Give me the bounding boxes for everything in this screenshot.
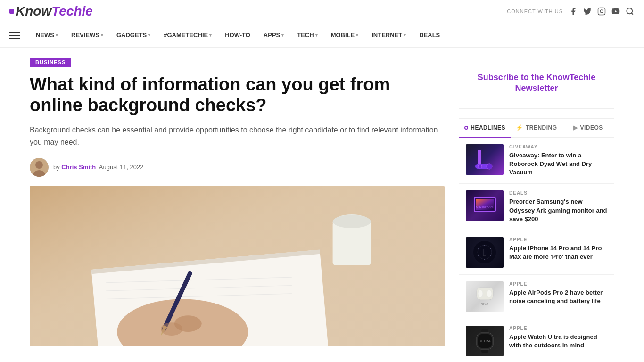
- news-title-giveaway[interactable]: Giveaway: Enter to win a Roborock Dyad W…: [509, 151, 607, 177]
- news-category-watch: APPLE: [509, 326, 607, 331]
- newsletter-box: Subscribe to the KnowTechie Newsletter: [459, 58, 614, 109]
- news-category-giveaway: GIVEAWAY: [509, 144, 607, 149]
- nav-apps[interactable]: APPS ▾: [257, 23, 290, 47]
- hamburger-menu[interactable]: [9, 27, 20, 43]
- nav-apps-arrow: ▾: [281, 33, 284, 38]
- logo-techie: Techie: [51, 4, 93, 19]
- headlines-dot-icon: [464, 126, 468, 130]
- nav-howto[interactable]: HOW-TO: [218, 23, 257, 47]
- nav-gametechie-arrow: ▾: [209, 33, 212, 38]
- svg-point-6: [35, 161, 43, 169]
- nav-internet[interactable]: INTERNET ▾: [365, 23, 413, 47]
- main-container: BUSINESS What kind of information can yo…: [20, 48, 624, 362]
- nav-mobile-arrow: ▾: [356, 33, 358, 38]
- news-title-watch[interactable]: Apple Watch Ultra is designed with the o…: [509, 333, 607, 350]
- logo[interactable]: Know Techie: [9, 4, 93, 19]
- header-right: CONNECT WITH US: [507, 7, 635, 16]
- nav-gadgets[interactable]: GADGETS ▾: [110, 23, 157, 47]
- news-content-giveaway: GIVEAWAY Giveaway: Enter to win a Roboro…: [509, 144, 607, 177]
- svg-rect-0: [598, 8, 605, 15]
- tab-trending-label: TRENDING: [526, 124, 557, 131]
- news-item-watch: ULTRA APPLE Apple Watch Ultra is designe…: [459, 319, 614, 362]
- nav-mobile[interactable]: MOBILE ▾: [324, 23, 365, 47]
- svg-point-33: [484, 245, 485, 246]
- youtube-icon[interactable]: [611, 7, 620, 16]
- news-thumb-watch: ULTRA: [466, 326, 504, 356]
- svg-rect-23: [478, 150, 481, 166]
- news-item-deals: Odyssey Ark DEALS Preorder Samsung's new…: [459, 184, 614, 230]
- news-content-airpods: APPLE Apple AirPods Pro 2 have better no…: [509, 281, 607, 305]
- tabs-header: HEADLINES ⚡ TRENDING ▶ VIDEOS: [459, 119, 614, 138]
- news-content-deals: DEALS Preorder Samsung's new Odyssey Ark…: [509, 190, 607, 223]
- newsletter-title: Subscribe to the KnowTechie Newsletter: [469, 72, 604, 94]
- author-by: by: [53, 164, 61, 171]
- tabs-container: HEADLINES ⚡ TRENDING ▶ VIDEOS: [459, 118, 614, 362]
- header: Know Techie CONNECT WITH US: [0, 0, 644, 23]
- svg-rect-28: [476, 199, 494, 210]
- article-main: BUSINESS What kind of information can yo…: [30, 58, 445, 362]
- facebook-icon[interactable]: [569, 7, 578, 16]
- search-icon[interactable]: [625, 7, 635, 16]
- svg-point-17: [333, 215, 371, 228]
- nav-news[interactable]: NEWS ▾: [29, 23, 65, 47]
- article-title: What kind of information can you get fro…: [30, 74, 445, 115]
- news-title-iphone[interactable]: Apple iPhone 14 Pro and 14 Pro Max are m…: [509, 244, 607, 261]
- news-thumb-iphone: : [466, 237, 504, 268]
- nav-reviews-arrow: ▾: [101, 33, 103, 38]
- nav-news-arrow: ▾: [56, 33, 58, 38]
- svg-text:ULTRA: ULTRA: [479, 339, 491, 343]
- svg-point-35: [490, 255, 491, 256]
- news-thumb-airpods: $249: [466, 281, 504, 312]
- svg-line-4: [631, 13, 633, 14]
- svg-point-40: [478, 290, 483, 297]
- navigation: NEWS ▾ REVIEWS ▾ GADGETS ▾ #GAMETECHIE ▾…: [0, 23, 644, 48]
- svg-point-38: [478, 248, 479, 249]
- svg-text:Odyssey Ark: Odyssey Ark: [476, 206, 493, 208]
- news-title-deals[interactable]: Preorder Samsung's new Odyssey Ark gamin…: [509, 197, 607, 223]
- nav-deals[interactable]: DEALS: [413, 23, 446, 47]
- svg-point-34: [490, 248, 491, 249]
- news-content-iphone: APPLE Apple iPhone 14 Pro and 14 Pro Max…: [509, 237, 607, 261]
- tab-trending[interactable]: ⚡ TRENDING: [511, 119, 562, 137]
- nav-tech-arrow: ▾: [315, 33, 318, 38]
- article-date: August 11, 2022: [99, 164, 144, 171]
- news-content-watch: APPLE Apple Watch Ultra is designed with…: [509, 326, 607, 350]
- nav-internet-arrow: ▾: [404, 33, 406, 38]
- news-category-airpods: APPLE: [509, 281, 607, 287]
- nav-gametechie[interactable]: #GAMETECHIE ▾: [157, 23, 218, 47]
- social-icons: [569, 7, 635, 16]
- instagram-icon[interactable]: [597, 7, 606, 16]
- svg-point-22: [161, 322, 182, 336]
- news-category-iphone: APPLE: [509, 237, 607, 242]
- news-item-airpods: $249 APPLE Apple AirPods Pro 2 have bett…: [459, 275, 614, 319]
- category-badge[interactable]: BUSINESS: [30, 58, 71, 67]
- svg-rect-16: [333, 222, 371, 265]
- svg-text:$249: $249: [481, 303, 488, 306]
- news-item-iphone:  APPLE Apple iPhone 14 Pro and 14 Pro M…: [459, 230, 614, 275]
- news-title-airpods[interactable]: Apple AirPods Pro 2 have better noise ca…: [509, 288, 607, 305]
- tab-headlines[interactable]: HEADLINES: [459, 119, 511, 138]
- twitter-icon[interactable]: [583, 7, 592, 16]
- svg-point-25: [487, 164, 492, 169]
- author-meta: by Chris Smith August 11, 2022: [53, 164, 144, 171]
- tab-videos[interactable]: ▶ VIDEOS: [562, 119, 614, 137]
- connect-text: CONNECT WITH US: [507, 8, 563, 14]
- svg-point-41: [487, 290, 492, 297]
- nav-gadgets-arrow: ▾: [148, 33, 150, 38]
- author-name[interactable]: Chris Smith: [61, 164, 96, 171]
- news-category-deals: DEALS: [509, 190, 607, 196]
- nav-tech[interactable]: TECH ▾: [290, 23, 324, 47]
- article-excerpt: Background checks can be essential and p…: [30, 124, 445, 148]
- author-avatar: [30, 158, 49, 177]
- article-featured-image: [30, 186, 445, 346]
- svg-point-37: [478, 255, 479, 256]
- logo-know: Know: [16, 4, 51, 19]
- svg-point-26: [478, 165, 482, 168]
- tab-videos-label: VIDEOS: [580, 124, 603, 131]
- lightning-icon: ⚡: [516, 124, 523, 131]
- news-thumb-deals: Odyssey Ark: [466, 190, 504, 221]
- nav-reviews[interactable]: REVIEWS ▾: [65, 23, 110, 47]
- svg-point-36: [484, 259, 485, 260]
- sidebar: Subscribe to the KnowTechie Newsletter H…: [459, 58, 614, 362]
- svg-text:: : [483, 247, 487, 258]
